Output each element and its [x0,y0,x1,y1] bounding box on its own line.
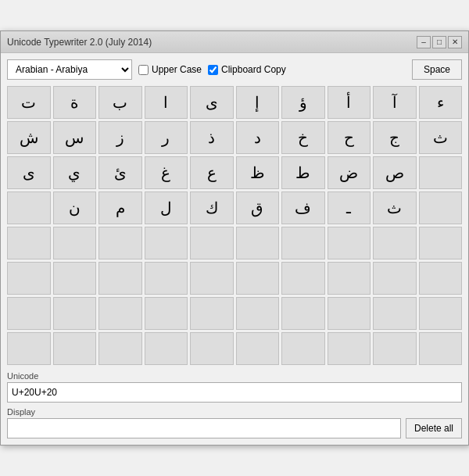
char-cell-empty [419,262,463,295]
char-cell[interactable]: إ [236,86,280,119]
char-cell[interactable]: ص [373,156,417,189]
clipboard-copy-text: Clipboard Copy [221,64,286,75]
char-cell[interactable]: ب [98,86,142,119]
char-cell[interactable]: ث [419,121,463,154]
char-cell-empty [328,227,371,259]
char-cell-empty [7,262,51,295]
char-cell[interactable]: غ [145,156,188,189]
main-content: Arabian - Arabiya Upper Case Clipboard C… [1,53,468,445]
char-cell-empty [419,156,463,189]
main-window: Unicode Typewriter 2.0 (July 2014) – □ ✕… [0,30,469,446]
char-cell-empty [98,332,142,365]
unicode-input[interactable] [7,382,462,403]
char-cell[interactable]: ذ [190,121,234,154]
char-cell[interactable]: ل [145,191,188,224]
bottom-section: Unicode Display Delete all [7,371,462,438]
char-cell[interactable]: ج [373,121,417,154]
char-cell[interactable]: د [236,121,280,154]
window-title: Unicode Typewriter 2.0 (July 2014) [7,37,152,48]
char-cell-empty [328,332,371,365]
char-cell-empty [190,297,234,330]
minimize-button[interactable]: – [417,36,431,48]
char-cell[interactable]: ء [419,86,463,119]
unicode-label: Unicode [7,371,462,381]
char-cell[interactable]: ـ [328,191,371,224]
char-cell-empty [53,297,97,330]
clipboard-copy-label[interactable]: Clipboard Copy [208,64,286,75]
close-button[interactable]: ✕ [448,36,462,48]
char-cell-empty [419,332,463,365]
char-cell[interactable]: ظ [236,156,280,189]
char-cell[interactable]: ئ [98,156,142,189]
char-cell[interactable]: ا [145,86,188,119]
delete-all-button[interactable]: Delete all [406,418,462,438]
char-cell-empty [7,191,51,224]
char-cell-empty [7,332,51,365]
char-cell-empty [373,262,417,295]
char-cell[interactable]: ر [145,121,188,154]
window-controls: – □ ✕ [417,36,462,48]
upper-case-text: Upper Case [152,64,202,75]
char-cell-empty [236,332,280,365]
char-cell[interactable]: ط [281,156,325,189]
char-cell-empty [145,332,188,365]
char-cell-empty [190,227,234,259]
char-cell-empty [190,262,234,295]
char-cell[interactable]: ض [328,156,371,189]
char-cell[interactable]: ش [7,121,51,154]
script-dropdown[interactable]: Arabian - Arabiya [7,59,132,80]
char-cell[interactable]: ز [98,121,142,154]
char-cell-empty [98,262,142,295]
char-cell[interactable]: ى [190,86,234,119]
clipboard-copy-checkbox[interactable] [208,65,218,75]
char-cell-empty [373,227,417,259]
char-cell-empty [53,262,97,295]
char-cell-empty [98,227,142,259]
char-cell[interactable]: ي [53,156,97,189]
char-cell-empty [145,297,188,330]
char-cell-empty [281,227,325,259]
char-cell[interactable]: ث [373,191,417,224]
char-cell[interactable]: ة [53,86,97,119]
char-cell[interactable]: ع [190,156,234,189]
char-cell-empty [236,227,280,259]
char-cell[interactable]: أ [328,86,371,119]
char-cell[interactable]: آ [373,86,417,119]
char-cell-empty [145,262,188,295]
upper-case-checkbox[interactable] [138,65,149,75]
char-cell-empty [328,262,371,295]
toolbar: Arabian - Arabiya Upper Case Clipboard C… [7,59,462,80]
char-cell[interactable]: خ [281,121,325,154]
char-cell-empty [373,297,417,330]
display-row: Delete all [7,418,462,438]
char-cell-empty [328,297,371,330]
upper-case-label[interactable]: Upper Case [138,64,202,75]
char-cell-empty [98,297,142,330]
char-cell[interactable]: ن [53,191,97,224]
character-grid: ت ة ب ا ى إ ؤ أ آ ء ش س ز ر ذ د خ ح ج ث … [7,86,462,365]
display-input[interactable] [7,418,401,438]
char-cell[interactable]: ت [7,86,51,119]
char-cell[interactable]: م [98,191,142,224]
char-cell-empty [7,297,51,330]
char-cell[interactable]: ى [7,156,51,189]
titlebar: Unicode Typewriter 2.0 (July 2014) – □ ✕ [1,31,468,53]
char-cell[interactable]: ؤ [281,86,325,119]
char-cell[interactable]: ك [190,191,234,224]
char-cell[interactable]: ح [328,121,371,154]
char-cell-empty [53,332,97,365]
char-cell[interactable]: س [53,121,97,154]
space-button[interactable]: Space [412,59,462,80]
char-cell[interactable]: ق [236,191,280,224]
char-cell-empty [419,227,463,259]
char-cell-empty [373,332,417,365]
maximize-button[interactable]: □ [432,36,446,48]
char-cell-empty [236,262,280,295]
char-cell[interactable]: ف [281,191,325,224]
char-cell-empty [190,332,234,365]
char-cell-empty [53,227,97,259]
char-cell-empty [419,191,463,224]
display-label: Display [7,407,462,417]
char-cell-empty [281,262,325,295]
char-cell-empty [419,297,463,330]
